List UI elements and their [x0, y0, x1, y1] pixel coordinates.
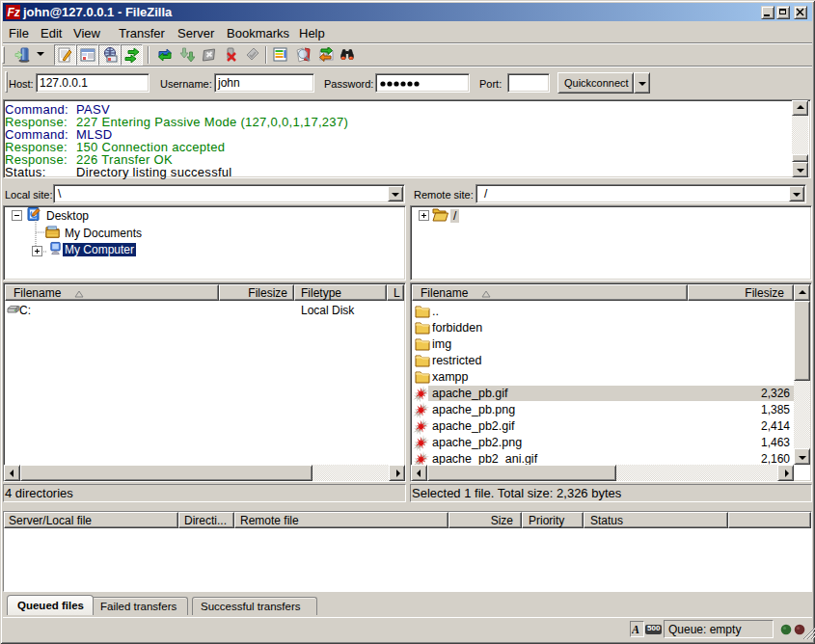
svg-text:Fz: Fz — [8, 6, 20, 19]
svg-text:A: A — [632, 623, 639, 636]
